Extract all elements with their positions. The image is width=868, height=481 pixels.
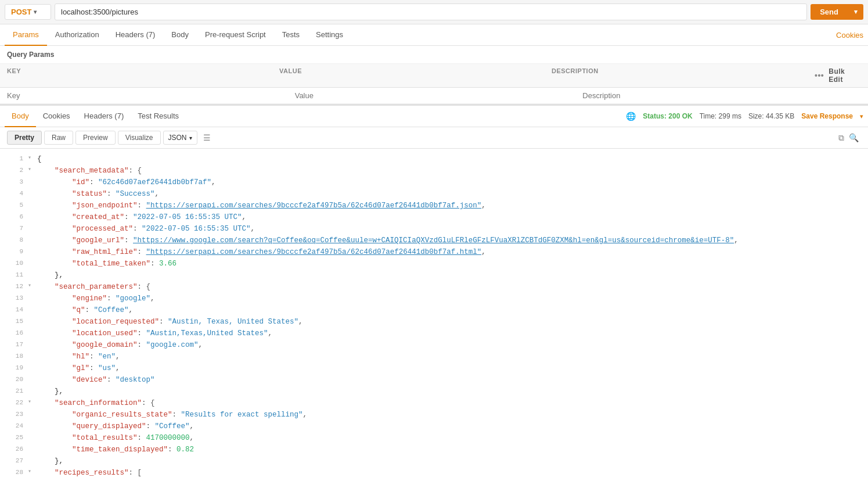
- code-content: "device": "desktop": [37, 374, 863, 386]
- code-line: 3 "id": "62c46d07aef26441db0bf7af",: [0, 177, 868, 188]
- response-body-code[interactable]: 1▾{2▾ "search_metadata": {3 "id": "62c46…: [0, 149, 868, 481]
- tab-body[interactable]: Body: [163, 24, 197, 46]
- line-number: 28: [5, 467, 23, 479]
- code-content: {: [37, 153, 863, 165]
- more-options-icon[interactable]: •••: [815, 71, 824, 80]
- code-line: 25 "total_results": 4170000000,: [0, 432, 868, 444]
- code-line: 23 "organic_results_state": "Results for…: [0, 409, 868, 421]
- code-line: 26 "time_taken_displayed": 0.82: [0, 444, 868, 455]
- tab-headers[interactable]: Headers (7): [107, 24, 164, 46]
- save-response-chevron-icon[interactable]: ▾: [860, 113, 863, 120]
- line-number: 7: [5, 223, 23, 235]
- code-line: 20 "device": "desktop": [0, 374, 868, 386]
- code-line: 4 "status": "Success",: [0, 188, 868, 200]
- tab-pre-request-script[interactable]: Pre-request Script: [197, 24, 274, 46]
- send-button[interactable]: Send ▾: [811, 4, 863, 20]
- code-line: 10 "total_time_taken": 3.66: [0, 258, 868, 270]
- code-content: "google_domain": "google.com",: [37, 339, 863, 351]
- line-number: 18: [5, 351, 23, 362]
- description-input[interactable]: [582, 91, 861, 100]
- code-line: 6 "created_at": "2022-07-05 16:55:35 UTC…: [0, 211, 868, 223]
- response-tab-body[interactable]: Body: [5, 106, 36, 127]
- search-icon[interactable]: 🔍: [849, 133, 859, 142]
- method-chevron-icon: ▾: [34, 9, 37, 15]
- code-content: "total_time_taken": 3.66: [37, 258, 863, 270]
- url-input[interactable]: [55, 3, 807, 20]
- method-selector[interactable]: POST ▾: [5, 4, 51, 20]
- code-line: 28▾ "recipes_results": [: [0, 467, 868, 479]
- collapse-toggle: [28, 339, 35, 351]
- collapse-toggle: [28, 293, 35, 304]
- collapse-toggle: [28, 211, 35, 223]
- line-number: 24: [5, 421, 23, 432]
- collapse-toggle: [28, 304, 35, 316]
- cookies-link[interactable]: Cookies: [836, 31, 863, 40]
- save-response-button[interactable]: Save Response: [801, 112, 853, 120]
- collapse-toggle: [28, 235, 35, 246]
- code-line: 24 "query_displayed": "Coffee",: [0, 421, 868, 432]
- response-status-info: 🌐 Status: 200 OK Time: 299 ms Size: 44.3…: [626, 112, 863, 121]
- filter-icon[interactable]: ☰: [203, 133, 211, 142]
- method-label: POST: [11, 8, 31, 16]
- code-content: "recipes_results": [: [37, 467, 863, 479]
- response-tab-test-results[interactable]: Test Results: [131, 106, 186, 127]
- code-content: "query_displayed": "Coffee",: [37, 421, 863, 432]
- code-content: "created_at": "2022-07-05 16:55:35 UTC",: [37, 211, 863, 223]
- code-content: "id": "62c46d07aef26441db0bf7af",: [37, 177, 863, 188]
- params-table-row: [0, 88, 868, 104]
- collapse-toggle[interactable]: ▾: [28, 281, 35, 293]
- tab-params[interactable]: Params: [5, 24, 47, 46]
- json-format-selector[interactable]: JSON ▾: [163, 131, 197, 145]
- tab-tests[interactable]: Tests: [274, 24, 308, 46]
- line-number: 8: [5, 235, 23, 246]
- code-line: 15 "location_requested": "Austin, Texas,…: [0, 316, 868, 328]
- code-line: 13 "engine": "google",: [0, 293, 868, 304]
- tab-authorization[interactable]: Authorization: [47, 24, 107, 46]
- line-number: 16: [5, 328, 23, 339]
- line-number: 17: [5, 339, 23, 351]
- code-content: "gl": "us",: [37, 362, 863, 374]
- send-button-label: Send: [811, 8, 848, 16]
- code-content: "processed_at": "2022-07-05 16:55:35 UTC…: [37, 223, 863, 235]
- format-pretty-button[interactable]: Pretty: [7, 131, 42, 145]
- collapse-toggle: [28, 200, 35, 211]
- format-visualize-button[interactable]: Visualize: [118, 131, 161, 145]
- key-input[interactable]: [7, 91, 286, 100]
- tab-settings[interactable]: Settings: [308, 24, 351, 46]
- code-content: {: [37, 479, 863, 481]
- code-line: 14 "q": "Coffee",: [0, 304, 868, 316]
- code-content: "location_used": "Austin,Texas,United St…: [37, 328, 863, 339]
- value-input[interactable]: [295, 91, 574, 100]
- collapse-toggle: [28, 328, 35, 339]
- collapse-toggle: [28, 223, 35, 235]
- line-number: 15: [5, 316, 23, 328]
- collapse-toggle: [28, 421, 35, 432]
- collapse-toggle[interactable]: ▾: [28, 153, 35, 165]
- line-number: 23: [5, 409, 23, 421]
- collapse-toggle: [28, 374, 35, 386]
- code-content: "total_results": 4170000000,: [37, 432, 863, 444]
- line-number: 21: [5, 386, 23, 397]
- send-btn-arrow-icon[interactable]: ▾: [848, 8, 863, 16]
- line-number: 25: [5, 432, 23, 444]
- code-line: 8 "google_url": "https://www.google.com/…: [0, 235, 868, 246]
- line-number: 11: [5, 270, 23, 281]
- code-content: "organic_results_state": "Results for ex…: [37, 409, 863, 421]
- copy-icon[interactable]: ⧉: [838, 133, 844, 143]
- code-content: "time_taken_displayed": 0.82: [37, 444, 863, 455]
- collapse-toggle: [28, 444, 35, 455]
- response-toolbar: Pretty Raw Preview Visualize JSON ▾ ☰ ⧉ …: [0, 127, 868, 149]
- line-number: 3: [5, 177, 23, 188]
- code-line: 9 "raw_html_file": "https://serpapi.com/…: [0, 246, 868, 258]
- response-tabs-bar: Body Cookies Headers (7) Test Results 🌐 …: [0, 106, 868, 127]
- response-tab-cookies[interactable]: Cookies: [36, 106, 77, 127]
- format-preview-button[interactable]: Preview: [75, 131, 116, 145]
- bulk-edit-button[interactable]: Bulk Edit: [829, 67, 861, 84]
- response-tab-headers[interactable]: Headers (7): [77, 106, 131, 127]
- collapse-toggle[interactable]: ▾: [28, 165, 35, 177]
- format-raw-button[interactable]: Raw: [44, 131, 73, 145]
- collapse-toggle[interactable]: ▾: [28, 397, 35, 409]
- line-number: 4: [5, 188, 23, 200]
- collapse-toggle[interactable]: ▾: [28, 467, 35, 479]
- url-bar: POST ▾ Send ▾: [0, 0, 868, 24]
